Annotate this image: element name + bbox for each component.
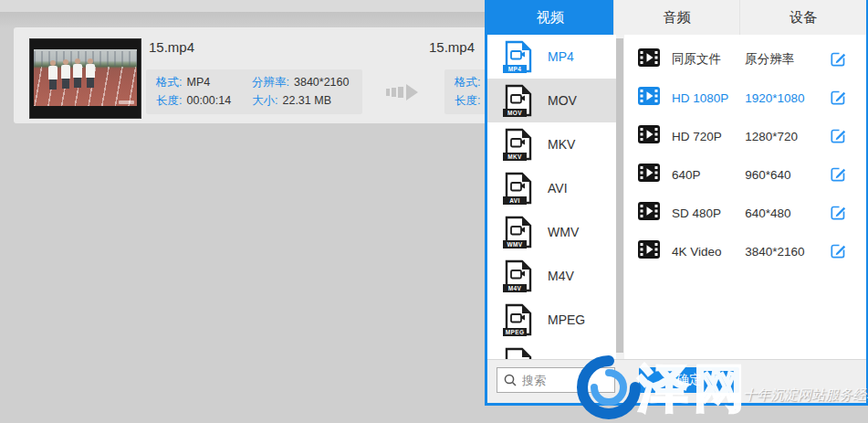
edit-settings-icon[interactable] — [829, 165, 847, 184]
format-item-avi[interactable]: AVI AVI — [487, 166, 616, 210]
source-size: 大小:22.31 MB — [252, 93, 352, 109]
edit-settings-icon[interactable] — [829, 204, 847, 222]
mkv-file-icon: MKV — [505, 128, 532, 161]
m4v-badge: M4V — [503, 284, 527, 292]
format-label: WMV — [548, 225, 579, 239]
source-file-title: 15.mp4 — [149, 39, 194, 55]
format-item-mov[interactable]: MOV MOV — [487, 79, 616, 122]
film-icon — [637, 239, 661, 263]
panel-tabs: 视频 音频 设备 — [487, 0, 866, 35]
source-file-info: 格式:MP4 分辨率:3840*2160 长度:00:00:14 大小:22.3… — [146, 69, 362, 114]
m4v-file-icon: M4V — [505, 259, 532, 292]
convert-arrow-icon — [386, 82, 419, 106]
search-icon — [503, 373, 518, 387]
thumbnail-person — [61, 65, 70, 79]
mpeg-file-icon: MPEG — [505, 303, 532, 336]
quality-resolution: 1920*1080 — [745, 91, 829, 105]
edit-settings-icon[interactable] — [829, 50, 847, 69]
format-picker-panel: 视频 音频 设备 MP4 MP4 — [485, 0, 868, 406]
thumbnail-building — [34, 51, 137, 66]
film-icon — [637, 48, 661, 71]
avi-badge: AVI — [503, 196, 527, 205]
source-duration: 长度:00:00:14 — [156, 93, 252, 109]
size-value: 22.31 MB — [282, 94, 331, 107]
partial-file-icon — [505, 347, 532, 359]
avi-file-icon: AVI — [505, 172, 532, 205]
format-label: MKV — [548, 137, 575, 152]
mkv-badge: MKV — [503, 153, 527, 161]
format-item-wmv[interactable]: WMV WMV — [487, 210, 616, 254]
quality-resolution: 3840*2160 — [745, 245, 829, 259]
edit-settings-icon[interactable] — [829, 127, 847, 145]
format-value: MP4 — [186, 76, 210, 89]
format-label: MP4 — [548, 49, 574, 64]
mp4-badge: MP4 — [503, 65, 527, 73]
quality-resolution: 960*640 — [745, 168, 829, 182]
video-thumbnail — [29, 38, 141, 119]
mpeg-badge: MPEG — [503, 328, 527, 336]
format-label: AVI — [548, 181, 568, 196]
mp4-file-icon: MP4 — [505, 40, 532, 73]
confirm-button[interactable]: 确定 — [639, 367, 739, 393]
search-input[interactable] — [522, 374, 609, 387]
quality-resolution: 1280*720 — [745, 130, 829, 143]
duration-label: 长度: — [455, 94, 480, 107]
thumbnail-person — [73, 64, 82, 78]
format-label: MOV — [548, 93, 577, 108]
search-box[interactable] — [497, 367, 615, 393]
thumbnail-watermark — [119, 100, 134, 104]
quality-item-hd720p[interactable]: HD 720P 1280*720 — [624, 117, 866, 155]
tab-video[interactable]: 视频 — [487, 0, 613, 35]
quality-item-original[interactable]: 同原文件 原分辨率 — [624, 40, 866, 79]
edit-settings-icon[interactable] — [829, 89, 847, 107]
size-label: 大小: — [252, 94, 277, 107]
film-icon — [637, 163, 661, 186]
target-file-title-wrap: 15.mp4 — [429, 39, 482, 55]
edit-settings-icon[interactable] — [829, 242, 847, 260]
mov-file-icon: MOV — [505, 84, 532, 117]
quality-resolution: 640*480 — [745, 206, 829, 220]
scrollbar-thumb[interactable] — [616, 38, 623, 353]
format-item-partial[interactable] — [487, 342, 616, 359]
thumbnail-person — [48, 66, 58, 79]
format-label: M4V — [548, 269, 574, 283]
quality-label: 640P — [672, 168, 745, 182]
quality-item-hd1080p[interactable]: HD 1080P 1920*1080 — [624, 79, 866, 117]
film-icon — [637, 201, 661, 225]
source-resolution: 分辨率:3840*2160 — [252, 75, 352, 90]
wmv-badge: WMV — [503, 240, 527, 249]
target-file-title: 15.mp4 — [429, 39, 482, 55]
quality-item-4k[interactable]: 4K Video 3840*2160 — [624, 232, 866, 270]
mov-badge: MOV — [503, 109, 527, 117]
quality-label: 4K Video — [672, 245, 745, 259]
thumbnail-person — [86, 64, 95, 78]
format-item-m4v[interactable]: M4V M4V — [487, 254, 616, 298]
thumbnail-image — [34, 49, 137, 106]
quality-label: 同原文件 — [672, 51, 745, 68]
format-label: 格式: — [455, 76, 480, 89]
quality-label: HD 1080P — [672, 91, 745, 105]
format-label: 格式: — [156, 76, 182, 89]
tab-device[interactable]: 设备 — [739, 0, 866, 35]
format-label: MPEG — [548, 312, 585, 327]
format-list: MP4 MP4 MOV MOV — [487, 35, 616, 359]
format-item-mp4[interactable]: MP4 MP4 — [487, 35, 616, 79]
wmv-file-icon: WMV — [505, 216, 532, 249]
format-item-mpeg[interactable]: MPEG MPEG — [487, 298, 616, 342]
tab-audio[interactable]: 音频 — [613, 0, 740, 35]
panel-bottom-bar: 确定 — [487, 359, 866, 403]
film-icon — [637, 124, 661, 148]
quality-label: SD 480P — [672, 206, 745, 220]
duration-label: 长度: — [156, 94, 182, 107]
resolution-value: 3840*2160 — [294, 76, 349, 89]
format-list-scrollbar[interactable] — [616, 35, 624, 359]
resolution-label: 分辨率: — [252, 76, 289, 89]
source-format: 格式:MP4 — [156, 75, 252, 90]
quality-list: 同原文件 原分辨率 HD 1080P 1920*1080 HD 720P 128… — [624, 35, 866, 359]
quality-resolution: 原分辨率 — [745, 51, 829, 68]
film-icon — [637, 86, 661, 110]
duration-value: 00:00:14 — [186, 94, 231, 107]
quality-item-640p[interactable]: 640P 960*640 — [624, 155, 866, 194]
quality-item-sd480p[interactable]: SD 480P 640*480 — [624, 194, 866, 232]
format-item-mkv[interactable]: MKV MKV — [487, 122, 616, 166]
